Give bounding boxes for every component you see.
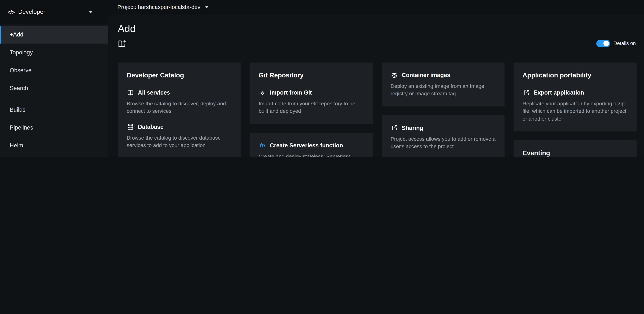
tile-description: Deploy an existing Image from an Image r… <box>390 82 496 97</box>
details-toggle[interactable] <box>596 40 610 47</box>
main-area: Project: harshcasper-localsta-dev Add <box>108 0 644 157</box>
tile-title: Container images <box>402 72 450 78</box>
cards-column-4: Application portability <box>514 62 636 157</box>
code-icon: </> <box>8 9 14 15</box>
card-eventing: Eventing Event Source <box>514 140 636 157</box>
tile-title: Create Serverless function <box>270 142 343 149</box>
sidebar-nav: +Add Topology Observe Search Builds Pipe… <box>0 24 108 157</box>
tile-all-services[interactable]: All services Browse the catalog to disco… <box>127 89 232 115</box>
add-cards-grid: Developer Catalog All services <box>118 62 636 157</box>
tile-title: Database <box>138 123 164 130</box>
nav-group-main: +Add Topology Observe Search <box>0 26 108 97</box>
card-sharing: Sharing Project access allows you to add… <box>382 115 504 157</box>
tile-sharing[interactable]: Sharing Project access allows you to add… <box>390 124 496 150</box>
project-label: Project: harshcasper-localsta-dev <box>118 4 200 10</box>
sidebar: </> Developer +Add Topology Observe Sear… <box>0 0 108 157</box>
tile-head: All services <box>127 89 232 96</box>
tile-title: Import from Git <box>270 89 312 96</box>
sidebar-item-builds[interactable]: Builds <box>0 101 108 119</box>
page-header-row: Details on <box>118 39 636 48</box>
card-developer-catalog: Developer Catalog All services <box>118 62 241 157</box>
cards-column-3: Container images Deploy an existing Imag… <box>382 62 504 157</box>
project-bar: Project: harshcasper-localsta-dev <box>108 0 644 14</box>
card-title: Git Repository <box>259 71 364 79</box>
card-container-images: Container images Deploy an existing Imag… <box>382 62 504 106</box>
card-git-repository: Git Repository <box>250 62 373 124</box>
details-toggle-label: Details on <box>614 40 636 46</box>
tile-description: Project access allows you to add or remo… <box>390 135 496 150</box>
card-serverless-function: fn Create Serverless function Create and… <box>250 133 373 157</box>
database-icon <box>127 123 134 130</box>
details-toggle-group: Details on <box>596 40 636 47</box>
app-root: </> Developer +Add Topology Observe Sear… <box>0 0 644 157</box>
tile-title: All services <box>138 89 170 96</box>
share-icon <box>390 124 398 132</box>
toggle-knob <box>604 40 609 46</box>
tile-head: Sharing <box>390 124 496 132</box>
sidebar-item-search[interactable]: Search <box>0 79 108 97</box>
git-icon <box>259 89 266 96</box>
export-icon <box>522 89 530 96</box>
sidebar-item-label: Builds <box>10 106 25 113</box>
tile-head: Container images <box>390 71 496 79</box>
project-selector[interactable]: Project: harshcasper-localsta-dev <box>118 4 208 10</box>
tile-description: Browse the catalog to discover database … <box>127 134 232 149</box>
page-title: Add <box>118 23 636 35</box>
tile-title: Export application <box>534 89 584 96</box>
tile-create-serverless-function[interactable]: fn Create Serverless function Create and… <box>259 142 364 157</box>
sidebar-item-helm[interactable]: Helm <box>0 137 108 154</box>
sidebar-item-label: Topology <box>10 49 33 56</box>
nav-group-resources: Builds Pipelines Helm Project <box>0 101 108 157</box>
card-title: Developer Catalog <box>127 71 232 79</box>
sidebar-item-observe[interactable]: Observe <box>0 61 108 79</box>
sidebar-item-pipelines[interactable]: Pipelines <box>0 119 108 137</box>
sidebar-item-add[interactable]: +Add <box>0 26 108 43</box>
tile-import-from-git[interactable]: Import from Git Import code from your Gi… <box>259 89 364 115</box>
perspective-label: Developer <box>18 8 45 15</box>
card-title: Application portability <box>522 71 628 79</box>
sidebar-item-label: +Add <box>10 31 23 38</box>
card-title: Eventing <box>522 149 628 157</box>
card-application-portability: Application portability <box>514 62 636 131</box>
cards-column-1: Developer Catalog All services <box>118 62 241 157</box>
add-page: Add Details on De <box>108 14 644 157</box>
tile-head: Import from Git <box>259 89 364 96</box>
perspective-switcher[interactable]: </> Developer <box>0 0 108 24</box>
tile-head: Database <box>127 123 232 130</box>
sidebar-item-topology[interactable]: Topology <box>0 43 108 61</box>
tile-container-images[interactable]: Container images Deploy an existing Imag… <box>390 71 496 97</box>
sidebar-item-label: Helm <box>10 142 23 149</box>
tile-description: Replicate your application by exporting … <box>522 100 628 122</box>
tile-description: Import code from your Git repository to … <box>259 100 364 115</box>
tile-export-application[interactable]: Export application Replicate your applic… <box>522 89 628 122</box>
tile-description: Create and deploy stateless, Serverless … <box>259 152 364 157</box>
fn-icon: fn <box>259 142 266 149</box>
chevron-down-icon <box>205 6 208 8</box>
tile-description: Browse the catalog to discover, deploy a… <box>127 100 232 115</box>
sidebar-item-label: Pipelines <box>10 124 33 131</box>
sidebar-item-label: Observe <box>10 67 32 74</box>
sidebar-item-label: Search <box>10 85 28 92</box>
tile-head: Export application <box>522 89 628 96</box>
cards-column-2: Git Repository <box>250 62 373 157</box>
openshift-console: </> Developer +Add Topology Observe Sear… <box>0 0 644 157</box>
tile-database[interactable]: Database Browse the catalog to discover … <box>127 123 232 149</box>
layers-icon <box>390 71 398 79</box>
chevron-down-icon <box>89 10 93 13</box>
tile-head: fn Create Serverless function <box>259 142 364 149</box>
sidebar-item-project[interactable]: Project <box>0 154 108 157</box>
quick-starts-icon[interactable] <box>118 39 127 48</box>
tile-title: Sharing <box>402 124 423 131</box>
catalog-icon <box>127 89 134 96</box>
